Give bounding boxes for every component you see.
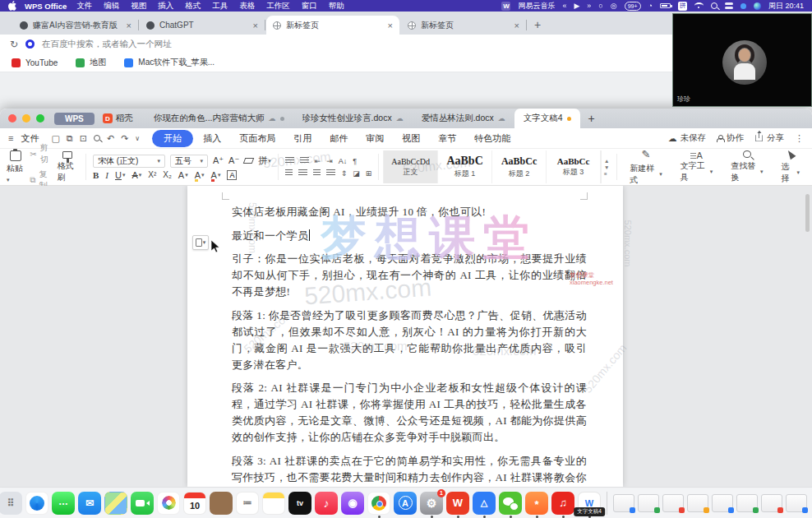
search-icon[interactable]: [711, 2, 717, 9]
dock-facetime[interactable]: [131, 492, 154, 515]
bookmark-item[interactable]: 地图: [76, 57, 106, 68]
menubar-menu[interactable]: 帮助: [329, 1, 344, 12]
media-next-icon[interactable]: »: [587, 2, 591, 10]
decrease-indent-icon[interactable]: ⇤: [315, 157, 321, 165]
format-painter-button[interactable]: 格式刷: [54, 150, 81, 183]
minimized-window[interactable]: [613, 494, 634, 512]
customize-quickbar-icon[interactable]: ∨: [135, 135, 140, 142]
mirroring-icon[interactable]: ○: [598, 2, 602, 10]
minimized-window[interactable]: [786, 494, 807, 512]
highlight-button[interactable]: A▾: [195, 170, 205, 180]
redo-icon[interactable]: ↷: [121, 133, 128, 144]
ribbon-tab[interactable]: 视图: [394, 130, 428, 147]
hamburger-menu-icon[interactable]: ≡: [8, 133, 13, 143]
wps-doc-tab[interactable]: 你现在的角色...内容营销大师☁: [145, 109, 293, 128]
ribbon-tab[interactable]: 开始: [152, 130, 193, 147]
paragraph[interactable]: 实体店老板用藏金阁 AI，业绩提升 10 倍，你也可以!: [232, 204, 587, 220]
siri-icon[interactable]: [754, 2, 761, 10]
wps-doc-tab[interactable]: 爱情丛林法则.docx☁: [413, 109, 514, 128]
paste-options-button[interactable]: ▾: [192, 235, 209, 250]
line-spacing-icon[interactable]: ⇕: [341, 169, 348, 178]
dock-app-store[interactable]: [394, 492, 417, 515]
document-scrollbar[interactable]: [805, 194, 810, 232]
wps-doc-tab[interactable]: 文字文稿4: [514, 109, 580, 128]
ribbon-tab[interactable]: 插入: [195, 130, 229, 147]
dock-system-settings[interactable]: 1: [420, 492, 443, 515]
numbered-list-icon[interactable]: [300, 157, 309, 164]
grow-font-button[interactable]: A⁺: [213, 155, 224, 166]
dock-kdocs[interactable]: [473, 492, 496, 515]
dock-podcasts[interactable]: [341, 492, 364, 515]
justify-icon[interactable]: [326, 169, 335, 177]
dock-safari[interactable]: [25, 492, 48, 515]
new-document-tab-button[interactable]: +: [588, 112, 595, 125]
paragraph[interactable]: 最近和一个学员: [232, 228, 587, 244]
dock-chrome[interactable]: [367, 492, 390, 515]
dock-netease-music[interactable]: [551, 492, 574, 515]
browser-tab[interactable]: 新标签页×: [401, 16, 526, 35]
new-tab-button[interactable]: +: [534, 18, 541, 31]
tab-close-icon[interactable]: ×: [127, 21, 131, 30]
minimized-window[interactable]: [638, 494, 659, 512]
font-name-select[interactable]: 宋体 (正文)▾: [93, 155, 165, 168]
dock-apple-tv[interactable]: tv: [288, 492, 311, 515]
media-previous-icon[interactable]: «: [562, 2, 566, 10]
align-left-icon[interactable]: [285, 169, 293, 177]
zoom-window-button[interactable]: [36, 114, 44, 123]
document-text[interactable]: 实体店老板用藏金阁 AI，业绩提升 10 倍，你也可以!最近和一个学员引子：你是…: [232, 204, 587, 487]
reload-icon[interactable]: ↻: [10, 39, 18, 50]
share-button[interactable]: 分享: [754, 132, 784, 144]
bookmark-item[interactable]: YouTube: [12, 58, 58, 67]
cut-button[interactable]: ✂剪切: [30, 142, 52, 165]
print-preview-icon[interactable]: [94, 135, 100, 141]
pinyin-guide-button[interactable]: 拼▾: [258, 155, 271, 167]
minimized-window[interactable]: [736, 494, 758, 512]
dock-notes[interactable]: [262, 492, 285, 515]
browser-tab[interactable]: 新标签页×: [266, 16, 399, 35]
tab-close-icon[interactable]: ×: [388, 21, 393, 30]
sort-icon[interactable]: A↓: [339, 157, 348, 165]
open-file-icon[interactable]: ⧉: [67, 133, 73, 144]
dock-mail[interactable]: [78, 492, 101, 515]
menubar-menu[interactable]: 工作区: [266, 1, 290, 12]
dock-wechat[interactable]: [499, 492, 522, 515]
dock-wps-document[interactable]: W文字文稿4: [578, 492, 601, 515]
paragraph[interactable]: 段落 1: 你是否曾经为了吸引更多顾客而费尽心思？广告、促销、优惠活动都试过了，…: [232, 308, 587, 373]
ribbon-tab[interactable]: 页面布局: [231, 130, 284, 147]
shading-icon[interactable]: ◪: [353, 169, 360, 178]
menubar-menu[interactable]: 插入: [158, 1, 173, 12]
ribbon-tab[interactable]: 章节: [430, 130, 464, 147]
superscript-button[interactable]: X²: [148, 170, 156, 179]
increase-indent-icon[interactable]: ⇥: [326, 157, 333, 165]
wps-doc-tab[interactable]: 珍珍女性创业珍言.docx☁: [293, 109, 413, 128]
dock-music[interactable]: [315, 492, 338, 515]
print-icon[interactable]: ⊡: [80, 133, 87, 144]
new-file-icon[interactable]: ▢: [51, 133, 59, 144]
font-color-button[interactable]: A▾: [211, 170, 221, 180]
wps-home-button[interactable]: WPS: [54, 113, 95, 125]
style-gallery-scroll[interactable]: ▲▼≡: [602, 150, 611, 183]
menubar-menu[interactable]: 视图: [131, 1, 146, 12]
bookmark-item[interactable]: Mac软件下载_苹果...: [124, 57, 215, 68]
ribbon-tab[interactable]: 引用: [285, 130, 320, 147]
menubar-menu[interactable]: 格式: [185, 1, 201, 12]
browser-tab[interactable]: ChatGPT×: [140, 16, 265, 35]
dock-calendar[interactable]: 10: [183, 492, 206, 515]
dock-messages[interactable]: [52, 492, 75, 515]
address-input[interactable]: 在百度中搜索，或者输入一个网址: [42, 39, 753, 50]
find-replace-button[interactable]: 查找替换▾: [722, 150, 772, 183]
menubar-app-name[interactable]: WPS Office: [25, 2, 67, 11]
new-style-button[interactable]: ✎ 新建样式▾: [621, 150, 671, 183]
dock-wps-office[interactable]: W: [446, 492, 469, 515]
style-preset[interactable]: AaBbCc标题 2: [492, 150, 547, 183]
apple-logo-icon[interactable]: [8, 1, 16, 11]
align-center-icon[interactable]: [298, 169, 307, 177]
shrink-font-button[interactable]: A⁻: [228, 155, 239, 166]
text-tool-button[interactable]: 文字工具▾: [671, 150, 722, 183]
ribbon-tab[interactable]: 特色功能: [466, 130, 519, 147]
dock-photos[interactable]: [157, 492, 180, 515]
menubar-clock[interactable]: 周日 20:41: [768, 1, 804, 12]
control-center-icon[interactable]: [725, 2, 733, 10]
menubar-menu[interactable]: 表格: [239, 1, 255, 12]
menubar-menu[interactable]: 窗口: [302, 1, 317, 12]
